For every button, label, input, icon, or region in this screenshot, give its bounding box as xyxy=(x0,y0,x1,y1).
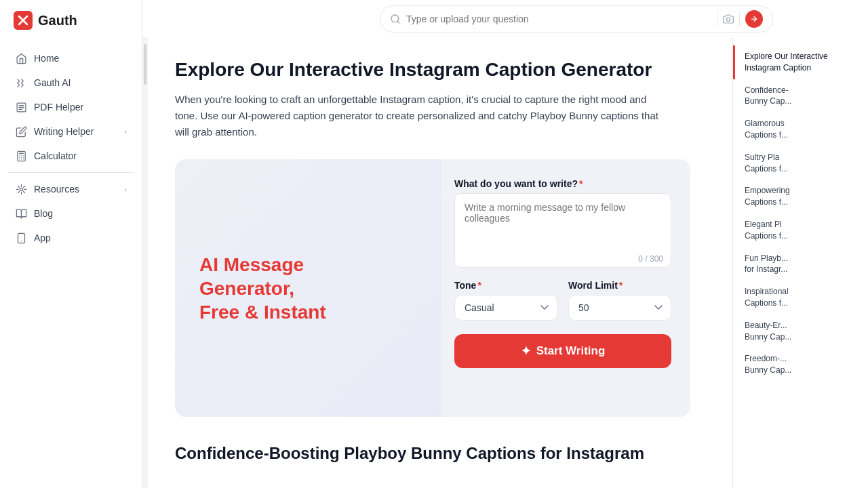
sidebar-item-calculator-label: Calculator xyxy=(34,150,77,161)
writing-arrow-icon: › xyxy=(124,127,127,136)
char-count: 0 / 300 xyxy=(638,254,663,264)
sidebar-item-blog-label: Blog xyxy=(34,208,53,219)
search-send-button[interactable] xyxy=(745,10,763,28)
word-limit-select[interactable]: 25 50 75 100 xyxy=(568,295,671,321)
headline-line2: Generator, xyxy=(199,277,326,300)
wand-icon: ✦ xyxy=(521,344,531,359)
section-title: Confidence-Boosting Playboy Bunny Captio… xyxy=(175,444,705,463)
tone-required: * xyxy=(477,280,481,291)
headline-line3: Free & Instant xyxy=(199,300,326,324)
start-writing-label: Start Writing xyxy=(536,344,606,358)
svg-rect-13 xyxy=(18,233,24,243)
gauth-ai-icon xyxy=(15,77,27,89)
writing-icon xyxy=(15,125,27,138)
blog-icon xyxy=(15,207,27,220)
textarea-wrapper: 0 / 300 xyxy=(454,193,671,270)
toc-item-5[interactable]: Elegant PlCaptions f... xyxy=(733,214,868,247)
card-left-panel: AI Message Generator, Free & Instant xyxy=(175,159,441,417)
sidebar-item-writing-label: Writing Helper xyxy=(34,126,94,137)
search-input[interactable] xyxy=(406,14,711,24)
start-writing-button[interactable]: ✦ Start Writing xyxy=(454,334,671,368)
sidebar-item-gauth-ai[interactable]: Gauth AI xyxy=(8,70,134,95)
page-description: When you're looking to craft an unforget… xyxy=(175,92,663,140)
logo-icon xyxy=(14,11,33,30)
headline-line1: AI Message xyxy=(199,253,326,277)
toc-item-0[interactable]: Explore Our Interactive Instagram Captio… xyxy=(733,45,868,79)
sidebar-item-gauth-ai-label: Gauth AI xyxy=(34,77,71,88)
toc-item-6[interactable]: Fun Playb...for Instagr... xyxy=(733,247,868,281)
pdf-icon xyxy=(15,101,27,113)
main-content: Explore Our Interactive Instagram Captio… xyxy=(148,37,732,488)
card-headline: AI Message Generator, Free & Instant xyxy=(199,253,326,324)
toc-item-2[interactable]: GlamorousCaptions f... xyxy=(733,113,868,146)
toc-item-8[interactable]: Beauty-Er...Bunny Cap... xyxy=(733,314,868,348)
tone-label: Tone* xyxy=(454,280,557,291)
nav-divider xyxy=(8,172,134,173)
camera-icon[interactable] xyxy=(723,14,734,24)
sidebar-item-pdf-label: PDF Helper xyxy=(34,102,83,113)
resources-arrow-icon: › xyxy=(124,185,127,193)
page-title: Explore Our Interactive Instagram Captio… xyxy=(175,58,705,82)
generator-card: AI Message Generator, Free & Instant Wha… xyxy=(175,159,690,417)
resources-icon xyxy=(15,183,27,195)
sidebar-item-resources[interactable]: Resources › xyxy=(8,177,134,201)
word-limit-group: Word Limit* 25 50 75 100 xyxy=(568,280,671,321)
toc-item-4[interactable]: EmpoweringCaptions f... xyxy=(733,180,868,214)
tone-select[interactable]: Casual Formal Funny Romantic Professiona… xyxy=(454,295,557,321)
tone-group: Tone* Casual Formal Funny Romantic Profe… xyxy=(454,280,557,321)
sidebar: Gauth Home Gauth AI PDF Helper Writing xyxy=(0,0,142,488)
word-limit-label-text: Word Limit xyxy=(568,280,618,291)
tone-label-text: Tone xyxy=(454,280,476,291)
sidebar-item-writing-helper[interactable]: Writing Helper › xyxy=(8,119,134,144)
calculator-icon xyxy=(15,150,27,162)
svg-line-16 xyxy=(397,21,399,23)
required-asterisk: * xyxy=(579,178,583,189)
message-label-text: What do you want to write? xyxy=(454,178,578,189)
sidebar-item-blog[interactable]: Blog xyxy=(8,201,134,226)
toc-item-9[interactable]: Freedom-...Bunny Cap... xyxy=(733,348,868,382)
card-right-panel: What do you want to write?* 0 / 300 Tone… xyxy=(441,159,690,417)
sidebar-item-calculator[interactable]: Calculator xyxy=(8,144,134,168)
sidebar-item-app-label: App xyxy=(34,232,51,243)
content-row: Explore Our Interactive Instagram Captio… xyxy=(142,37,868,488)
toc-item-1[interactable]: Confidence-Bunny Cap... xyxy=(733,79,868,113)
scroll-strip xyxy=(142,37,148,488)
sidebar-nav: Home Gauth AI PDF Helper Writing Helper … xyxy=(0,41,142,488)
message-field-label: What do you want to write?* xyxy=(454,178,671,189)
toc-sidebar: Explore Our Interactive Instagram Captio… xyxy=(732,37,868,488)
toc-item-7[interactable]: InspirationalCaptions f... xyxy=(733,281,868,314)
search-divider xyxy=(717,12,717,26)
search-icon xyxy=(390,14,401,24)
word-limit-label: Word Limit* xyxy=(568,280,671,291)
sidebar-item-resources-label: Resources xyxy=(34,184,79,195)
search-bar xyxy=(380,5,773,33)
svg-point-17 xyxy=(726,18,730,21)
sidebar-item-app[interactable]: App xyxy=(8,226,134,250)
toc-item-3[interactable]: Sultry PlaCaptions f... xyxy=(733,146,868,180)
logo-text: Gauth xyxy=(38,13,77,28)
form-row: Tone* Casual Formal Funny Romantic Profe… xyxy=(454,280,671,321)
app-logo[interactable]: Gauth xyxy=(0,0,142,41)
word-limit-required: * xyxy=(619,280,623,291)
sidebar-item-home[interactable]: Home xyxy=(8,46,134,70)
sidebar-item-pdf-helper[interactable]: PDF Helper xyxy=(8,95,134,119)
svg-point-12 xyxy=(20,188,22,190)
home-icon xyxy=(15,52,27,64)
message-field-group: What do you want to write?* 0 / 300 xyxy=(454,178,671,270)
search-divider-2 xyxy=(739,12,740,26)
app-icon xyxy=(15,232,27,244)
scroll-thumb xyxy=(144,44,146,85)
main-wrapper: Explore Our Interactive Instagram Captio… xyxy=(142,0,868,488)
top-header xyxy=(285,0,868,37)
sidebar-item-home-label: Home xyxy=(34,53,59,64)
